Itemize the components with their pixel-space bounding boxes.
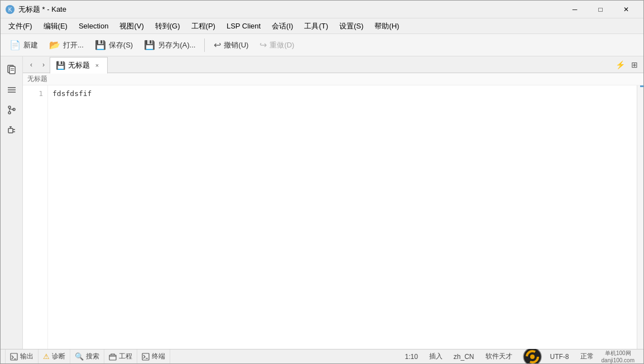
minimize-button[interactable]: ─ (562, 1, 588, 18)
status-position[interactable]: 1:10 (401, 353, 421, 361)
titlebar-title: 无标题 * - Kate (18, 4, 66, 15)
menu-item-lsp[interactable]: LSP Client (221, 18, 266, 34)
redo-label: 重做(D) (270, 40, 294, 50)
toolbar-separator (204, 39, 205, 52)
status-right: 1:10 插入 zh_CN 软件天才 UTF-8 正常 单机100网 danji… (401, 347, 639, 365)
menu-item-view[interactable]: 视图(V) (114, 18, 149, 34)
status-terminal[interactable]: 终端 (137, 349, 170, 364)
menu-item-edit[interactable]: 编辑(E) (38, 18, 73, 34)
diag-warn-icon: ⚠ (43, 352, 50, 361)
svg-rect-13 (8, 128, 13, 133)
tab-close-button[interactable]: × (93, 61, 102, 70)
open-icon: 📂 (49, 40, 60, 50)
split-view-button[interactable]: ⊞ (628, 58, 641, 71)
close-button[interactable]: ✕ (613, 1, 639, 18)
project-label: 工程 (119, 352, 132, 361)
saveas-button[interactable]: 💾 另存为(A)... (140, 37, 200, 54)
editor-text-area[interactable]: fdsfdsfif (48, 85, 637, 349)
status-encoding[interactable]: zh_CN (450, 353, 478, 361)
diag-label: 诊断 (52, 352, 65, 361)
tab-forward-button[interactable]: › (37, 58, 50, 71)
menu-item-project[interactable]: 工程(P) (186, 18, 221, 34)
titlebar-left: K 无标题 * - Kate (5, 4, 66, 15)
search-label: 搜索 (86, 352, 99, 361)
toolbar: 📄 新建 📂 打开... 💾 保存(S) 💾 另存为(A)... ↩ 撤销(U)… (1, 34, 643, 56)
sidebar-documents-icon[interactable] (3, 61, 21, 79)
sidebar-git-icon[interactable] (3, 101, 21, 119)
svg-rect-20 (109, 355, 116, 360)
save-button[interactable]: 💾 保存(S) (90, 37, 137, 54)
output-label: 输出 (20, 352, 33, 361)
statusbar: 输出 ⚠ 诊断 🔍 搜索 工程 终端 1:10 插入 zh_CN 软件天才 (1, 349, 643, 363)
menu-item-settings[interactable]: 设置(S) (334, 18, 369, 34)
open-label: 打开... (63, 40, 84, 50)
open-button[interactable]: 📂 打开... (45, 37, 88, 54)
status-diag[interactable]: ⚠ 诊断 (39, 349, 70, 364)
watermark-text-area: 单机100网 danji100.com (602, 349, 635, 363)
editor-content[interactable]: 1 fdsfdsfif (23, 85, 643, 349)
project-icon (109, 353, 117, 361)
svg-text:K: K (8, 7, 12, 13)
save-icon: 💾 (95, 40, 106, 50)
tabbar-right: ⚡ ⊞ (613, 58, 641, 71)
save-label: 保存(S) (109, 40, 133, 50)
main-area: ‹ › 💾 无标题 × ⚡ ⊞ 无标题 1 fdsfdsfif (1, 56, 643, 349)
menu-item-goto[interactable]: 转到(G) (150, 18, 186, 34)
tab-back-button[interactable]: ‹ (25, 58, 37, 71)
new-button[interactable]: 📄 新建 (5, 37, 42, 54)
watermark-site-name: 单机100网 (605, 349, 631, 357)
menu-item-help[interactable]: 帮助(H) (369, 18, 405, 34)
menu-item-session[interactable]: 会话(I) (266, 18, 299, 34)
line-number-1: 1 (23, 88, 47, 99)
sidebar-list-icon[interactable] (3, 81, 21, 99)
undo-button[interactable]: ↩ 撤销(U) (209, 37, 253, 54)
svg-point-10 (8, 112, 11, 114)
svg-point-25 (530, 355, 535, 359)
active-tab[interactable]: 💾 无标题 × (50, 57, 108, 74)
tab-label: 无标题 (68, 60, 90, 70)
status-normal[interactable]: 正常 (577, 352, 597, 361)
titlebar-controls: ─ □ ✕ (562, 1, 639, 18)
sidebar (1, 56, 23, 349)
status-project[interactable]: 工程 (104, 349, 137, 364)
terminal-icon (142, 353, 150, 361)
terminal-label: 终端 (152, 352, 165, 361)
new-icon: 📄 (9, 40, 21, 50)
breadcrumb-bar: 无标题 (23, 73, 643, 85)
quick-open-button[interactable]: ⚡ (613, 58, 627, 71)
search-icon: 🔍 (75, 352, 84, 361)
status-output[interactable]: 输出 (5, 349, 39, 364)
menu-item-file[interactable]: 文件(F) (3, 18, 38, 34)
redo-icon: ↪ (259, 40, 267, 50)
watermark-url: danji100.com (602, 357, 635, 363)
redo-button[interactable]: ↪ 重做(D) (255, 37, 299, 54)
status-file-encoding[interactable]: UTF-8 (547, 353, 573, 361)
scrollbar[interactable] (637, 85, 643, 349)
saveas-icon: 💾 (144, 40, 155, 50)
titlebar: K 无标题 * - Kate ─ □ ✕ (1, 1, 643, 18)
code-text-1: fdsfdsfif (52, 89, 92, 98)
menu-item-selection[interactable]: Selection (73, 18, 114, 34)
line-numbers: 1 (23, 85, 48, 349)
maximize-button[interactable]: □ (588, 1, 613, 18)
status-search[interactable]: 🔍 搜索 (70, 349, 104, 364)
tabbar: ‹ › 💾 无标题 × ⚡ ⊞ (23, 56, 643, 73)
menubar: 文件(F)编辑(E)Selection视图(V)转到(G)工程(P)LSP Cl… (1, 18, 643, 34)
undo-label: 撤销(U) (224, 40, 248, 50)
breadcrumb-text: 无标题 (27, 74, 47, 84)
status-insert-mode[interactable]: 插入 (426, 352, 446, 361)
sidebar-plugin-icon[interactable] (3, 121, 21, 139)
app-icon: K (5, 4, 15, 15)
scroll-mark (640, 85, 643, 87)
svg-point-9 (8, 106, 11, 108)
saveas-label: 另存为(A)... (158, 40, 195, 50)
menu-item-tools[interactable]: 工具(T) (299, 18, 334, 34)
tab-file-icon: 💾 (56, 61, 65, 70)
editor-area: ‹ › 💾 无标题 × ⚡ ⊞ 无标题 1 fdsfdsfif (23, 56, 643, 349)
undo-icon: ↩ (214, 40, 221, 50)
code-line-1: fdsfdsfif (52, 88, 632, 99)
watermark-logo (522, 347, 542, 365)
output-icon (10, 353, 18, 361)
status-software[interactable]: 软件天才 (482, 352, 516, 361)
new-label: 新建 (23, 40, 38, 50)
